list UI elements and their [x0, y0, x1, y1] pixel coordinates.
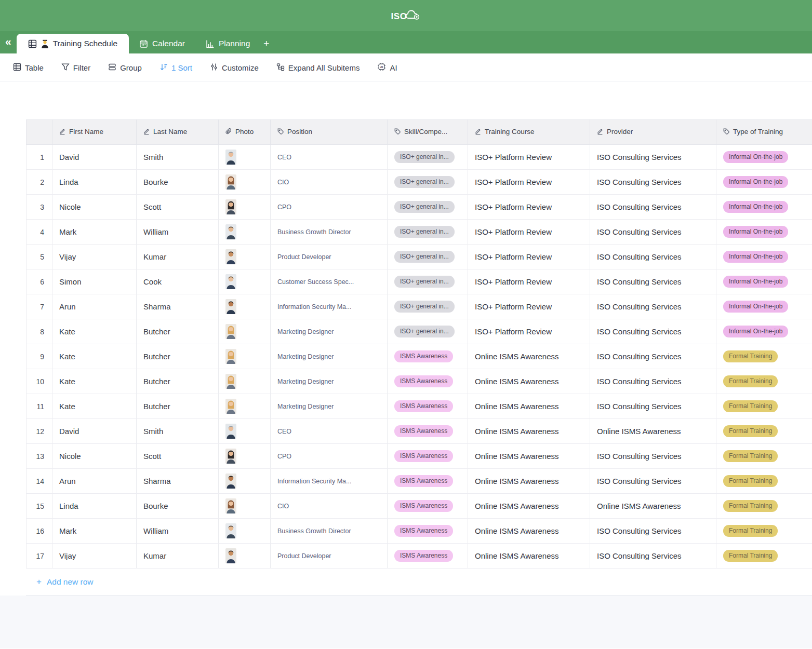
- cell-last-name[interactable]: William: [137, 519, 219, 544]
- cell-provider[interactable]: ISO Consulting Services: [590, 394, 716, 419]
- sort-button[interactable]: 1 Sort: [159, 63, 192, 73]
- cell-type-of-training[interactable]: Informal On-the-job: [716, 319, 812, 344]
- cell-position[interactable]: Product Developer: [271, 245, 388, 269]
- cell-first-name[interactable]: David: [52, 145, 137, 170]
- cell-position[interactable]: CEO: [271, 419, 388, 444]
- cell-type-of-training[interactable]: Formal Training: [716, 444, 812, 469]
- cell-row-number[interactable]: 6: [26, 269, 52, 294]
- cell-position[interactable]: CIO: [271, 170, 388, 195]
- cell-type-of-training[interactable]: Informal On-the-job: [716, 145, 812, 170]
- cell-type-of-training[interactable]: Informal On-the-job: [716, 170, 812, 195]
- cell-type-of-training[interactable]: Formal Training: [716, 394, 812, 419]
- cell-row-number[interactable]: 5: [26, 245, 52, 269]
- cell-training-course[interactable]: ISO+ Platform Review: [468, 269, 590, 294]
- cell-row-number[interactable]: 9: [26, 344, 52, 369]
- cell-row-number[interactable]: 11: [26, 394, 52, 419]
- cell-provider[interactable]: ISO Consulting Services: [590, 519, 716, 544]
- cell-first-name[interactable]: Vijay: [52, 544, 137, 569]
- cell-last-name[interactable]: Bourke: [137, 494, 219, 519]
- cell-provider[interactable]: ISO Consulting Services: [590, 294, 716, 319]
- header-first-name[interactable]: First Name: [52, 120, 137, 145]
- cell-provider[interactable]: Online ISMS Awareness: [590, 419, 716, 444]
- cell-row-number[interactable]: 3: [26, 195, 52, 220]
- cell-provider[interactable]: ISO Consulting Services: [590, 220, 716, 245]
- header-provider[interactable]: Provider: [590, 120, 716, 145]
- cell-type-of-training[interactable]: Formal Training: [716, 544, 812, 569]
- cell-skill[interactable]: ISMS Awareness: [388, 369, 468, 394]
- cell-training-course[interactable]: ISO+ Platform Review: [468, 245, 590, 269]
- cell-position[interactable]: Business Growth Director: [271, 519, 388, 544]
- cell-provider[interactable]: ISO Consulting Services: [590, 469, 716, 494]
- cell-photo[interactable]: [219, 195, 271, 220]
- cell-row-number[interactable]: 13: [26, 444, 52, 469]
- header-type-of-training[interactable]: Type of Training: [716, 120, 812, 145]
- cell-provider[interactable]: ISO Consulting Services: [590, 195, 716, 220]
- add-new-row[interactable]: + Add new row: [26, 569, 812, 596]
- cell-first-name[interactable]: Kate: [52, 344, 137, 369]
- cell-first-name[interactable]: Linda: [52, 494, 137, 519]
- cell-position[interactable]: CIO: [271, 494, 388, 519]
- cell-skill[interactable]: ISMS Awareness: [388, 469, 468, 494]
- cell-last-name[interactable]: Kumar: [137, 245, 219, 269]
- cell-first-name[interactable]: Mark: [52, 220, 137, 245]
- cell-training-course[interactable]: ISO+ Platform Review: [468, 319, 590, 344]
- cell-skill[interactable]: ISO+ general in...: [388, 245, 468, 269]
- cell-photo[interactable]: [219, 469, 271, 494]
- cell-photo[interactable]: [219, 170, 271, 195]
- cell-last-name[interactable]: Cook: [137, 269, 219, 294]
- cell-provider[interactable]: ISO Consulting Services: [590, 444, 716, 469]
- cell-provider[interactable]: ISO Consulting Services: [590, 344, 716, 369]
- cell-type-of-training[interactable]: Informal On-the-job: [716, 245, 812, 269]
- cell-skill[interactable]: ISO+ general in...: [388, 319, 468, 344]
- cell-last-name[interactable]: Butcher: [137, 394, 219, 419]
- header-last-name[interactable]: Last Name: [137, 120, 219, 145]
- cell-last-name[interactable]: Smith: [137, 419, 219, 444]
- cell-photo[interactable]: [219, 394, 271, 419]
- cell-provider[interactable]: Online ISMS Awareness: [590, 494, 716, 519]
- cell-training-course[interactable]: Online ISMS Awareness: [468, 444, 590, 469]
- cell-type-of-training[interactable]: Formal Training: [716, 419, 812, 444]
- cell-last-name[interactable]: Scott: [137, 444, 219, 469]
- cell-position[interactable]: Business Growth Director: [271, 220, 388, 245]
- cell-training-course[interactable]: Online ISMS Awareness: [468, 544, 590, 569]
- header-position[interactable]: Position: [271, 120, 388, 145]
- cell-row-number[interactable]: 14: [26, 469, 52, 494]
- cell-training-course[interactable]: Online ISMS Awareness: [468, 344, 590, 369]
- cell-position[interactable]: Marketing Designer: [271, 344, 388, 369]
- tab-calendar[interactable]: Calendar: [129, 34, 195, 53]
- cell-skill[interactable]: ISO+ general in...: [388, 170, 468, 195]
- add-tab-button[interactable]: +: [260, 38, 276, 53]
- cell-last-name[interactable]: Kumar: [137, 544, 219, 569]
- customize-button[interactable]: Customize: [210, 63, 259, 73]
- cell-row-number[interactable]: 12: [26, 419, 52, 444]
- cell-skill[interactable]: ISMS Awareness: [388, 419, 468, 444]
- cell-last-name[interactable]: Sharma: [137, 469, 219, 494]
- cell-training-course[interactable]: Online ISMS Awareness: [468, 394, 590, 419]
- cell-row-number[interactable]: 1: [26, 145, 52, 170]
- cell-first-name[interactable]: Kate: [52, 369, 137, 394]
- cell-skill[interactable]: ISMS Awareness: [388, 519, 468, 544]
- cell-first-name[interactable]: Simon: [52, 269, 137, 294]
- cell-skill[interactable]: ISO+ general in...: [388, 220, 468, 245]
- cell-type-of-training[interactable]: Formal Training: [716, 369, 812, 394]
- cell-provider[interactable]: ISO Consulting Services: [590, 369, 716, 394]
- cell-provider[interactable]: ISO Consulting Services: [590, 170, 716, 195]
- group-button[interactable]: Group: [108, 63, 142, 73]
- header-training-course[interactable]: Training Course: [468, 120, 590, 145]
- cell-provider[interactable]: ISO Consulting Services: [590, 319, 716, 344]
- cell-provider[interactable]: ISO Consulting Services: [590, 145, 716, 170]
- cell-photo[interactable]: [219, 519, 271, 544]
- cell-row-number[interactable]: 17: [26, 544, 52, 569]
- cell-photo[interactable]: [219, 269, 271, 294]
- cell-row-number[interactable]: 2: [26, 170, 52, 195]
- cell-training-course[interactable]: ISO+ Platform Review: [468, 195, 590, 220]
- cell-skill[interactable]: ISMS Awareness: [388, 344, 468, 369]
- cell-skill[interactable]: ISMS Awareness: [388, 394, 468, 419]
- cell-skill[interactable]: ISMS Awareness: [388, 494, 468, 519]
- cell-first-name[interactable]: Nicole: [52, 444, 137, 469]
- cell-photo[interactable]: [219, 145, 271, 170]
- cell-position[interactable]: CPO: [271, 195, 388, 220]
- cell-type-of-training[interactable]: Formal Training: [716, 469, 812, 494]
- cell-first-name[interactable]: Mark: [52, 519, 137, 544]
- cell-position[interactable]: Marketing Designer: [271, 369, 388, 394]
